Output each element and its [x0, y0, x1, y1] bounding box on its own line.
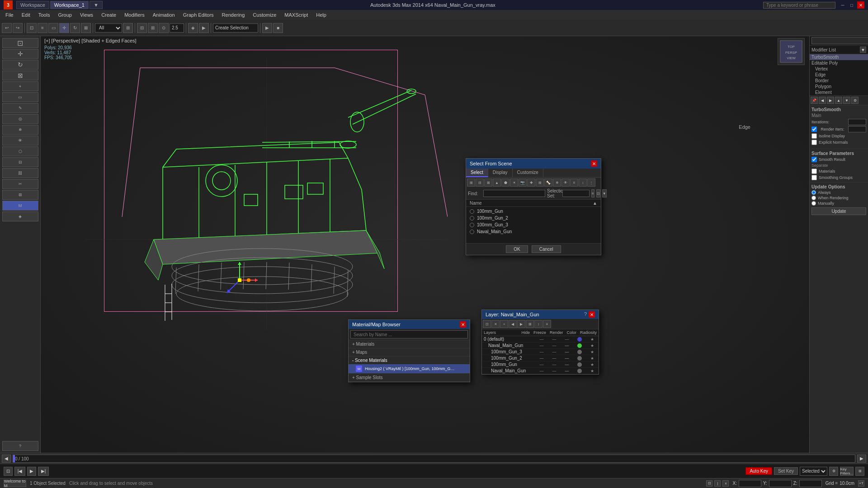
lm-row-5-freeze[interactable]: — — [548, 369, 561, 373]
lm-row-5-render[interactable]: — — [561, 369, 573, 373]
side-render-btn[interactable]: ◈ — [2, 211, 38, 221]
lm-row-4-radiosity[interactable]: ★ — [586, 362, 599, 367]
sfs-tb-lights[interactable]: ☀ — [510, 178, 518, 187]
pb-play-btn[interactable]: ▶ — [27, 467, 36, 476]
pb-prev-key-btn[interactable]: |◀ — [14, 467, 25, 476]
side-place-btn[interactable]: ⌖ — [2, 81, 38, 91]
sfs-tab-customize[interactable]: Customize — [513, 169, 543, 177]
lm-row-2-render[interactable]: — — [561, 350, 573, 354]
select-all-btn[interactable]: ⊞ — [123, 23, 133, 33]
sfs-item-0[interactable]: 100mm_Gun — [467, 208, 600, 215]
lm-row-5[interactable]: Naval_Main_Gun — — — ★ — [482, 368, 599, 374]
lm-row-3-radiosity[interactable]: ★ — [586, 356, 599, 361]
select-move-btn[interactable]: ✛ — [59, 23, 69, 33]
time-cfg-btn[interactable]: ⊞ — [855, 467, 864, 476]
lm-row-5-radiosity[interactable]: ★ — [586, 369, 599, 373]
time-next-btn[interactable]: ▶ — [857, 455, 866, 463]
select-region-btn[interactable]: ▭ — [48, 23, 58, 33]
modifier-list-dropdown[interactable]: ▼ — [860, 47, 866, 53]
mod-border[interactable]: Border — [810, 78, 868, 84]
sfs-item-1[interactable]: 100mm_Gun_2 — [467, 215, 600, 221]
sfs-radio-3[interactable] — [470, 230, 474, 234]
key-filter-select[interactable]: Selected — [800, 467, 827, 476]
lm-row-2-radiosity[interactable]: ★ — [586, 350, 599, 354]
nav-cube[interactable]: TOP PERSP VIEW — [778, 38, 805, 65]
mb-materials-header[interactable]: + Materials — [349, 340, 470, 348]
select-name-btn[interactable]: ≡ — [38, 23, 47, 33]
lm-row-0[interactable]: 0 (default) — — — ★ — [482, 336, 599, 343]
y-coord-input[interactable] — [769, 480, 792, 487]
sfs-tb-opt3[interactable]: ▼ — [602, 189, 607, 197]
dropdown-btn[interactable]: ▼ — [90, 1, 103, 9]
render-btn[interactable]: ▶ — [199, 23, 209, 33]
workspace1-tab[interactable]: Workspace_1 — [50, 1, 89, 9]
menu-animation[interactable]: Animation — [149, 11, 179, 19]
add-time-tag-btn[interactable]: +T — [858, 480, 864, 487]
sfs-tab-display[interactable]: Display — [488, 169, 513, 177]
sfs-tb-space[interactable]: ⊞ — [536, 178, 544, 187]
when-rendering-radio[interactable] — [811, 196, 816, 200]
sfs-find-input[interactable] — [483, 190, 545, 197]
lm-tb-move[interactable]: ↕ — [534, 320, 542, 328]
lm-row-2-color[interactable] — [573, 350, 586, 354]
render-iters-input[interactable]: 2 — [848, 126, 866, 132]
lm-row-3[interactable]: 100mm_Gun_2 — — — ★ — [482, 355, 599, 361]
sfs-radio-2[interactable] — [470, 223, 474, 227]
status-xform-icon[interactable]: x — [722, 480, 729, 487]
stop-btn[interactable]: ■ — [273, 23, 283, 33]
explicit-normals-check[interactable] — [811, 140, 817, 145]
percent-input[interactable] — [170, 23, 184, 33]
sfs-tb-opt2[interactable]: ⊡ — [596, 189, 600, 197]
status-abs-icon[interactable]: | — [714, 480, 721, 487]
select-obj-btn[interactable]: ⊡ — [27, 23, 37, 33]
key-filters-btn[interactable]: Key Filters... — [840, 467, 854, 476]
lm-row-1-freeze[interactable]: — — [548, 343, 561, 348]
side-wire-btn[interactable]: ⬡ — [2, 146, 38, 156]
side-schematic-btn[interactable]: ⊞ — [2, 190, 38, 200]
lm-close-btn[interactable]: ✕ — [589, 311, 595, 318]
mod-editpoly[interactable]: Editable Poly — [810, 60, 868, 66]
sfs-tb-shapes[interactable]: ⬟ — [501, 178, 509, 187]
sfs-tb-bones[interactable]: 🦴 — [544, 178, 552, 187]
side-help-btn[interactable]: ? — [2, 441, 38, 451]
scale-btn[interactable]: ⊠ — [81, 23, 91, 33]
mod-turbosmoothb[interactable]: TurboSmooth — [810, 54, 868, 60]
viewport-3d[interactable]: [+] [Perspective] [Shaded + Edged Faces]… — [41, 36, 809, 453]
lm-row-0-hide[interactable]: — — [535, 337, 548, 342]
sfs-tb-hidden[interactable]: 👁 — [561, 178, 570, 187]
lm-row-2-hide[interactable]: — — [535, 350, 548, 354]
mb-maps-header[interactable]: + Maps — [349, 348, 470, 356]
sfs-ok-btn[interactable]: OK — [506, 245, 528, 253]
side-move-btn[interactable]: ✛ — [2, 49, 38, 59]
mod-down-btn[interactable]: ▼ — [843, 97, 850, 104]
lm-tb-props[interactable]: ⊡ — [483, 320, 491, 328]
mirror-btn[interactable]: ⊟ — [137, 23, 147, 33]
menu-help[interactable]: Help — [312, 11, 330, 19]
mod-edge[interactable]: Edge — [810, 72, 868, 78]
time-slider[interactable]: 0 / 100 — [13, 455, 855, 463]
sfs-close-btn[interactable]: ✕ — [591, 160, 597, 167]
sfs-tb-hier[interactable]: ⋮ — [587, 178, 595, 187]
align-btn[interactable]: ⊞ — [148, 23, 158, 33]
side-scale-btn[interactable]: ⊠ — [2, 70, 38, 80]
status-sel-icon[interactable]: ⊡ — [706, 480, 712, 487]
lm-row-4-hide[interactable]: — — [535, 362, 548, 367]
side-hide-btn[interactable]: 👁 — [2, 136, 38, 145]
sfs-tb-none[interactable]: ⊟ — [476, 178, 484, 187]
mb-close-btn[interactable]: ✕ — [460, 321, 466, 328]
search-input[interactable] — [763, 2, 835, 9]
sfs-tb-opt1[interactable]: ≡ — [591, 189, 594, 197]
sfs-item-2[interactable]: 100mm_Gun_3 — [467, 221, 600, 228]
sfs-tb-sort[interactable]: ↕ — [579, 178, 587, 187]
side-unlink-btn[interactable]: ✂ — [2, 179, 38, 189]
lm-row-0-color[interactable] — [573, 337, 586, 342]
undo-btn[interactable]: ↩ — [2, 23, 12, 33]
side-link-btn[interactable]: ⛓ — [2, 168, 38, 178]
view-btn[interactable]: ⊙ — [159, 23, 169, 33]
side-mirror-btn[interactable]: ⊟ — [2, 157, 38, 167]
lm-row-0-render[interactable]: — — [561, 337, 573, 342]
smoothing-groups-check[interactable] — [811, 175, 817, 180]
lm-row-3-color[interactable] — [573, 356, 586, 361]
lm-row-1-radiosity[interactable]: ★ — [586, 343, 599, 348]
mod-element[interactable]: Element — [810, 89, 868, 95]
